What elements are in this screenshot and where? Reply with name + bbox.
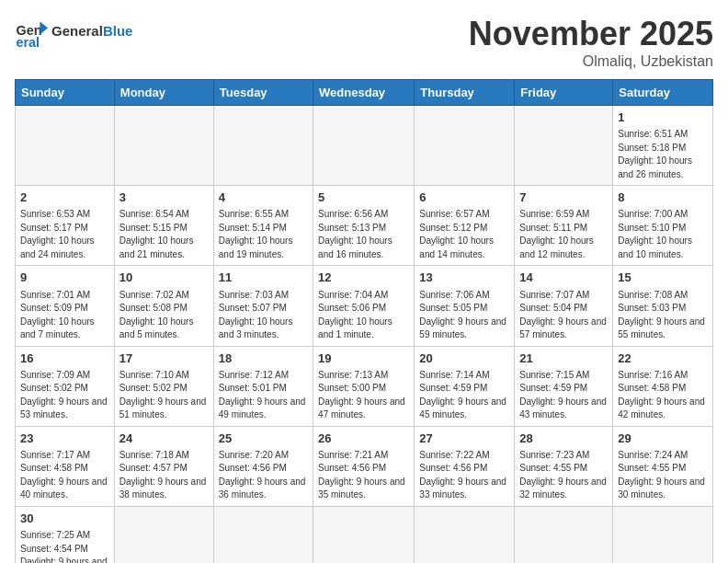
calendar-cell: 8Sunrise: 7:00 AM Sunset: 5:10 PM Daylig… bbox=[613, 186, 713, 266]
calendar-cell: 13Sunrise: 7:06 AM Sunset: 5:05 PM Dayli… bbox=[415, 266, 515, 346]
calendar-week-row: 9Sunrise: 7:01 AM Sunset: 5:09 PM Daylig… bbox=[16, 266, 713, 346]
calendar-cell: 1Sunrise: 6:51 AM Sunset: 5:18 PM Daylig… bbox=[613, 106, 713, 186]
calendar-cell bbox=[613, 506, 713, 563]
calendar-cell bbox=[16, 106, 115, 186]
calendar-cell: 26Sunrise: 7:21 AM Sunset: 4:56 PM Dayli… bbox=[313, 426, 415, 506]
calendar-week-row: 16Sunrise: 7:09 AM Sunset: 5:02 PM Dayli… bbox=[16, 346, 713, 426]
day-info: Sunrise: 7:21 AM Sunset: 4:56 PM Dayligh… bbox=[318, 449, 409, 502]
day-number: 26 bbox=[318, 431, 409, 447]
calendar-cell: 4Sunrise: 6:55 AM Sunset: 5:14 PM Daylig… bbox=[213, 186, 313, 266]
day-info: Sunrise: 7:14 AM Sunset: 4:59 PM Dayligh… bbox=[419, 369, 509, 422]
calendar-cell bbox=[213, 506, 313, 563]
day-info: Sunrise: 7:16 AM Sunset: 4:58 PM Dayligh… bbox=[618, 369, 708, 422]
day-number: 5 bbox=[318, 190, 409, 206]
day-info: Sunrise: 6:59 AM Sunset: 5:11 PM Dayligh… bbox=[519, 208, 608, 261]
day-number: 20 bbox=[419, 350, 509, 367]
day-info: Sunrise: 7:03 AM Sunset: 5:07 PM Dayligh… bbox=[219, 289, 308, 342]
calendar-cell: 2Sunrise: 6:53 AM Sunset: 5:17 PM Daylig… bbox=[16, 186, 115, 266]
calendar-cell bbox=[313, 506, 415, 563]
calendar-cell: 19Sunrise: 7:13 AM Sunset: 5:00 PM Dayli… bbox=[313, 346, 415, 426]
calendar-cell: 3Sunrise: 6:54 AM Sunset: 5:15 PM Daylig… bbox=[114, 186, 213, 266]
logo: Gen eral GeneralBlue bbox=[15, 15, 132, 48]
day-number: 16 bbox=[20, 350, 109, 367]
day-info: Sunrise: 6:57 AM Sunset: 5:12 PM Dayligh… bbox=[419, 208, 509, 261]
day-number: 24 bbox=[119, 431, 209, 447]
weekday-header-monday: Monday bbox=[114, 80, 213, 106]
day-number: 17 bbox=[119, 350, 209, 367]
day-number: 22 bbox=[618, 350, 708, 367]
day-info: Sunrise: 7:23 AM Sunset: 4:55 PM Dayligh… bbox=[519, 449, 608, 502]
day-number: 2 bbox=[20, 190, 109, 206]
day-info: Sunrise: 7:20 AM Sunset: 4:56 PM Dayligh… bbox=[219, 449, 308, 502]
calendar-cell: 9Sunrise: 7:01 AM Sunset: 5:09 PM Daylig… bbox=[16, 266, 115, 346]
day-number: 11 bbox=[219, 270, 308, 286]
day-info: Sunrise: 7:06 AM Sunset: 5:05 PM Dayligh… bbox=[419, 289, 509, 342]
page-header: Gen eral GeneralBlue November 2025 Olmal… bbox=[15, 15, 713, 70]
calendar-cell: 14Sunrise: 7:07 AM Sunset: 5:04 PM Dayli… bbox=[515, 266, 613, 346]
calendar-cell: 21Sunrise: 7:15 AM Sunset: 4:59 PM Dayli… bbox=[515, 346, 613, 426]
svg-marker-2 bbox=[40, 21, 48, 34]
day-info: Sunrise: 7:18 AM Sunset: 4:57 PM Dayligh… bbox=[119, 449, 209, 502]
calendar-cell: 25Sunrise: 7:20 AM Sunset: 4:56 PM Dayli… bbox=[213, 426, 313, 506]
calendar-cell: 6Sunrise: 6:57 AM Sunset: 5:12 PM Daylig… bbox=[415, 186, 515, 266]
day-number: 21 bbox=[519, 350, 608, 367]
day-info: Sunrise: 7:15 AM Sunset: 4:59 PM Dayligh… bbox=[519, 369, 608, 422]
calendar-week-row: 23Sunrise: 7:17 AM Sunset: 4:58 PM Dayli… bbox=[16, 426, 713, 506]
logo-icon: Gen eral bbox=[15, 15, 48, 48]
day-info: Sunrise: 6:51 AM Sunset: 5:18 PM Dayligh… bbox=[618, 128, 708, 181]
calendar-week-row: 30Sunrise: 7:25 AM Sunset: 4:54 PM Dayli… bbox=[16, 506, 713, 563]
calendar-cell: 17Sunrise: 7:10 AM Sunset: 5:02 PM Dayli… bbox=[114, 346, 213, 426]
day-number: 15 bbox=[618, 270, 708, 286]
location-title: Olmaliq, Uzbekistan bbox=[469, 53, 713, 70]
day-info: Sunrise: 7:07 AM Sunset: 5:04 PM Dayligh… bbox=[519, 289, 608, 342]
day-info: Sunrise: 7:12 AM Sunset: 5:01 PM Dayligh… bbox=[219, 369, 308, 422]
calendar-cell bbox=[515, 106, 613, 186]
day-info: Sunrise: 7:24 AM Sunset: 4:55 PM Dayligh… bbox=[618, 449, 708, 502]
svg-text:eral: eral bbox=[16, 35, 40, 48]
logo-blue: Blue bbox=[103, 23, 133, 39]
day-info: Sunrise: 6:55 AM Sunset: 5:14 PM Dayligh… bbox=[219, 208, 308, 261]
calendar-cell: 7Sunrise: 6:59 AM Sunset: 5:11 PM Daylig… bbox=[515, 186, 613, 266]
day-number: 13 bbox=[419, 270, 509, 286]
logo-general: General bbox=[51, 23, 103, 39]
calendar-cell bbox=[114, 106, 213, 186]
calendar-cell bbox=[313, 106, 415, 186]
calendar-week-row: 1Sunrise: 6:51 AM Sunset: 5:18 PM Daylig… bbox=[16, 106, 713, 186]
day-number: 19 bbox=[318, 350, 409, 367]
calendar-cell: 16Sunrise: 7:09 AM Sunset: 5:02 PM Dayli… bbox=[16, 346, 115, 426]
day-info: Sunrise: 6:54 AM Sunset: 5:15 PM Dayligh… bbox=[119, 208, 209, 261]
calendar-cell: 28Sunrise: 7:23 AM Sunset: 4:55 PM Dayli… bbox=[515, 426, 613, 506]
day-info: Sunrise: 7:01 AM Sunset: 5:09 PM Dayligh… bbox=[20, 289, 109, 342]
weekday-header-thursday: Thursday bbox=[415, 80, 515, 106]
day-number: 30 bbox=[20, 511, 109, 527]
day-info: Sunrise: 7:13 AM Sunset: 5:00 PM Dayligh… bbox=[318, 369, 409, 422]
weekday-header-wednesday: Wednesday bbox=[313, 80, 415, 106]
calendar-cell: 10Sunrise: 7:02 AM Sunset: 5:08 PM Dayli… bbox=[114, 266, 213, 346]
day-info: Sunrise: 7:02 AM Sunset: 5:08 PM Dayligh… bbox=[119, 289, 209, 342]
day-info: Sunrise: 6:53 AM Sunset: 5:17 PM Dayligh… bbox=[20, 208, 109, 261]
weekday-header-saturday: Saturday bbox=[613, 80, 713, 106]
calendar-cell bbox=[213, 106, 313, 186]
day-info: Sunrise: 7:08 AM Sunset: 5:03 PM Dayligh… bbox=[618, 289, 708, 342]
day-number: 28 bbox=[519, 431, 608, 447]
day-number: 6 bbox=[419, 190, 509, 206]
day-number: 23 bbox=[20, 431, 109, 447]
day-info: Sunrise: 7:00 AM Sunset: 5:10 PM Dayligh… bbox=[618, 208, 708, 261]
calendar-cell: 29Sunrise: 7:24 AM Sunset: 4:55 PM Dayli… bbox=[613, 426, 713, 506]
calendar-cell: 18Sunrise: 7:12 AM Sunset: 5:01 PM Dayli… bbox=[213, 346, 313, 426]
weekday-header-sunday: Sunday bbox=[16, 80, 115, 106]
month-title: November 2025 bbox=[469, 15, 713, 53]
calendar-cell bbox=[415, 106, 515, 186]
calendar-cell: 22Sunrise: 7:16 AM Sunset: 4:58 PM Dayli… bbox=[613, 346, 713, 426]
calendar-cell: 24Sunrise: 7:18 AM Sunset: 4:57 PM Dayli… bbox=[114, 426, 213, 506]
day-info: Sunrise: 7:09 AM Sunset: 5:02 PM Dayligh… bbox=[20, 369, 109, 422]
day-number: 29 bbox=[618, 431, 708, 447]
calendar-cell: 23Sunrise: 7:17 AM Sunset: 4:58 PM Dayli… bbox=[16, 426, 115, 506]
day-number: 14 bbox=[519, 270, 608, 286]
day-number: 12 bbox=[318, 270, 409, 286]
title-block: November 2025 Olmaliq, Uzbekistan bbox=[469, 15, 713, 70]
calendar-cell: 12Sunrise: 7:04 AM Sunset: 5:06 PM Dayli… bbox=[313, 266, 415, 346]
day-number: 4 bbox=[219, 190, 308, 206]
calendar-cell: 30Sunrise: 7:25 AM Sunset: 4:54 PM Dayli… bbox=[16, 506, 115, 563]
day-number: 18 bbox=[219, 350, 308, 367]
